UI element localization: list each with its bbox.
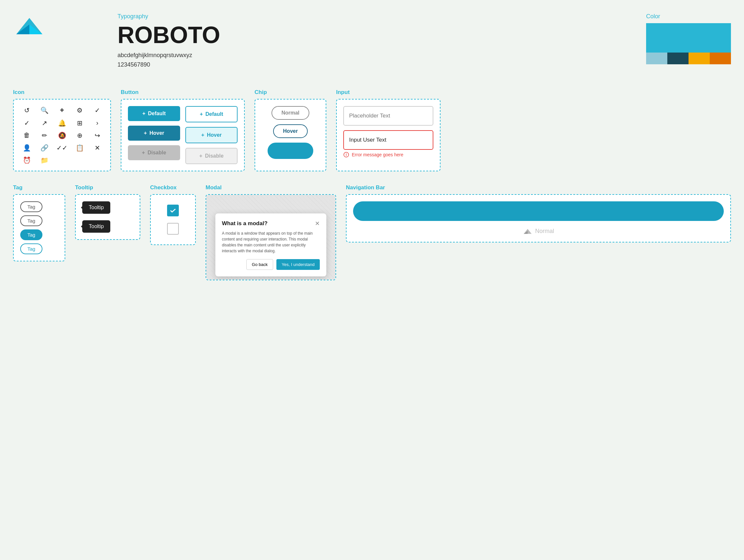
edit-icon[interactable]: ✏ — [38, 132, 51, 139]
placeholder-input[interactable] — [343, 106, 433, 126]
search-icon[interactable]: 🔍 — [38, 106, 51, 114]
svg-marker-1 — [16, 25, 29, 34]
copy-icon[interactable]: 📋 — [73, 144, 86, 152]
tag-dashed-box: Tag Tag Tag Tag — [13, 194, 65, 261]
checkbox-dashed-box — [150, 194, 196, 245]
chip-normal[interactable]: Normal — [271, 106, 309, 120]
color-label: Color — [646, 13, 731, 20]
checkbox-checked[interactable] — [167, 204, 179, 216]
chip-selected[interactable] — [268, 143, 313, 159]
tooltip-section: Tooltip Tooltip Tooltip — [75, 184, 140, 240]
modal-actions: Go back Yes, I understand — [222, 259, 320, 270]
tag-outline-2[interactable]: Tag — [20, 215, 42, 226]
checkbox-unchecked[interactable] — [167, 223, 179, 235]
btn-outline-default[interactable]: + Default — [185, 106, 237, 122]
chips-col: Normal Hover — [262, 106, 319, 159]
modal-preview: What is a modal? ✕ A modal is a window t… — [206, 195, 335, 280]
chip-hover[interactable]: Hover — [273, 124, 307, 138]
plus-icon: + — [142, 111, 145, 116]
swatch-yellow — [689, 52, 710, 64]
bell-off-icon[interactable]: 🔕 — [55, 132, 69, 139]
error-message: Error message goes here — [343, 152, 433, 158]
logo-area — [13, 13, 52, 40]
modal-dialog: What is a modal? ✕ A modal is a window t… — [215, 214, 326, 276]
trash-icon[interactable]: 🗑 — [20, 132, 33, 139]
checkmark-icon — [170, 207, 177, 214]
modal-close-button[interactable]: ✕ — [315, 220, 320, 227]
plus-icon-outline: + — [200, 111, 202, 117]
modal-confirm-button[interactable]: Yes, I understand — [276, 259, 320, 270]
input-section: Input Error message goes here — [336, 89, 441, 171]
refresh-icon[interactable]: ↺ — [20, 106, 33, 114]
btn-outline-hover[interactable]: + Hover — [185, 127, 237, 143]
tooltip-2: Tooltip — [82, 220, 110, 233]
font-name-display: ROBOTO — [117, 23, 581, 47]
plus-icon-disable: + — [142, 150, 145, 156]
icon-section: Icon ↺ 🔍 + ⚙ ✓ ✓ ↗ 🔔 ⊞ › 🗑 ✏ 🔕 ⊕ ↪ 👤 🔗 — [13, 89, 111, 171]
modal-dashed-box: What is a modal? ✕ A modal is a window t… — [206, 194, 336, 280]
typography-label: Typography — [117, 13, 581, 20]
components-row-1: Icon ↺ 🔍 + ⚙ ✓ ✓ ↗ 🔔 ⊞ › 🗑 ✏ 🔕 ⊕ ↪ 👤 🔗 — [13, 89, 731, 171]
swatch-light-blue — [646, 52, 667, 64]
color-swatch-primary — [646, 23, 731, 52]
btn-filled-hover[interactable]: + Hover — [128, 126, 180, 141]
modal-title-label: Modal — [206, 184, 336, 191]
logout-icon[interactable]: ↪ — [91, 132, 104, 139]
swatch-orange — [710, 52, 731, 64]
add-icon[interactable]: + — [55, 106, 69, 115]
modal-go-back-button[interactable]: Go back — [246, 259, 273, 270]
bell-icon[interactable]: 🔔 — [55, 119, 69, 127]
tag-outline-cyan[interactable]: Tag — [20, 244, 42, 254]
chevron-down-icon[interactable]: ✓ — [91, 106, 104, 114]
header-section: Typography ROBOTO abcdefghijklmnopqrstuv… — [13, 13, 731, 70]
chevron-right-icon[interactable]: › — [91, 119, 104, 126]
tooltip-1: Tooltip — [82, 201, 110, 214]
chip-section: Chip Normal Hover — [255, 89, 326, 171]
person-icon[interactable]: 👤 — [20, 144, 33, 152]
svg-marker-2 — [29, 25, 42, 34]
color-section: Color — [646, 13, 731, 64]
tooltip-title: Tooltip — [75, 184, 140, 191]
outline-buttons-col: + Default + Hover + Disable — [185, 106, 237, 164]
double-check-icon[interactable]: ✓✓ — [55, 144, 69, 152]
navbar-logo-area: Normal — [353, 227, 724, 235]
grid-icon[interactable]: ⊞ — [73, 119, 86, 127]
tag-outline-1[interactable]: Tag — [20, 201, 42, 212]
tag-section: Tag Tag Tag Tag Tag — [13, 184, 65, 261]
plus-icon-outline-disable: + — [199, 153, 202, 159]
navbar-section: Navigation Bar Normal — [346, 184, 731, 242]
navbar-active-item[interactable] — [353, 201, 724, 221]
plus-icon-outline-hover: + — [201, 132, 204, 138]
input-col: Error message goes here — [343, 106, 433, 158]
navbar-logo-icon — [523, 227, 532, 235]
modal-body-text: A modal is a window that appears on top … — [222, 230, 320, 254]
share-icon[interactable]: ↗ — [38, 119, 51, 127]
color-swatches-row — [646, 52, 731, 64]
icon-dashed-box: ↺ 🔍 + ⚙ ✓ ✓ ↗ 🔔 ⊞ › 🗑 ✏ 🔕 ⊕ ↪ 👤 🔗 ✓✓ 📋 — [13, 99, 111, 171]
add-circle-icon[interactable]: ⊕ — [73, 132, 86, 139]
user-text-input[interactable] — [343, 130, 433, 150]
chip-dashed-box: Normal Hover — [255, 99, 326, 171]
alarm-icon[interactable]: ⏰ — [20, 156, 33, 164]
alphabet-display: abcdefghijklmnopqrstuvwxyz 1234567890 — [117, 50, 581, 70]
button-title: Button — [121, 89, 245, 96]
close-icon[interactable]: ✕ — [91, 144, 104, 152]
btn-outline-disable: + Disable — [185, 148, 237, 164]
checkbox-title: Checkbox — [150, 184, 196, 191]
checkboxes-col — [157, 201, 189, 238]
tag-title: Tag — [13, 184, 65, 191]
settings-icon[interactable]: ⚙ — [73, 106, 86, 114]
tag-filled[interactable]: Tag — [20, 229, 42, 240]
link-off-icon[interactable]: 🔗 — [38, 144, 51, 152]
button-dashed-box: + Default + Hover + Disable + De — [121, 99, 245, 171]
btn-filled-default[interactable]: + Default — [128, 106, 180, 121]
navbar-dashed-box: Normal — [346, 194, 731, 242]
error-icon — [343, 152, 349, 158]
swatch-dark-blue — [667, 52, 689, 64]
check-icon[interactable]: ✓ — [20, 119, 33, 127]
tooltip-dashed-box: Tooltip Tooltip — [75, 194, 140, 240]
navbar-preview: Normal — [353, 201, 724, 235]
modal-section: Modal What is a modal? ✕ A modal is a wi… — [206, 184, 336, 280]
folder-icon[interactable]: 📁 — [38, 156, 51, 164]
app-logo — [13, 13, 46, 39]
